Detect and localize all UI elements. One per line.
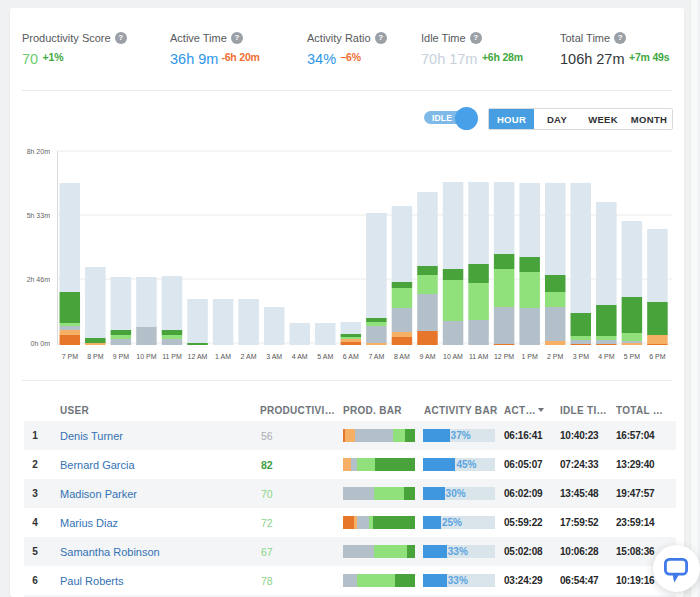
- svg-text:6 PM: 6 PM: [649, 353, 666, 360]
- svg-text:8h 20m: 8h 20m: [27, 148, 51, 155]
- svg-text:4 PM: 4 PM: [598, 353, 615, 360]
- svg-text:9 AM: 9 AM: [420, 353, 436, 360]
- svg-text:3 PM: 3 PM: [573, 353, 590, 360]
- svg-text:11 AM: 11 AM: [469, 353, 488, 360]
- svg-text:12 PM: 12 PM: [494, 353, 514, 360]
- svg-text:1 AM: 1 AM: [215, 353, 231, 360]
- svg-text:2 AM: 2 AM: [241, 353, 257, 360]
- svg-text:10 AM: 10 AM: [443, 353, 463, 360]
- svg-text:6 AM: 6 AM: [343, 353, 359, 360]
- svg-text:7 AM: 7 AM: [368, 353, 384, 360]
- svg-text:12 AM: 12 AM: [188, 353, 208, 360]
- svg-text:0h 0m: 0h 0m: [31, 340, 51, 347]
- svg-text:9 PM: 9 PM: [113, 353, 130, 360]
- svg-text:2 PM: 2 PM: [547, 353, 564, 360]
- svg-text:2h 46m: 2h 46m: [27, 276, 51, 283]
- svg-text:5 AM: 5 AM: [317, 353, 333, 360]
- svg-text:5 PM: 5 PM: [624, 353, 641, 360]
- svg-text:4 AM: 4 AM: [292, 353, 308, 360]
- svg-text:5h 33m: 5h 33m: [27, 212, 51, 219]
- svg-text:7 PM: 7 PM: [62, 353, 79, 360]
- svg-text:3 AM: 3 AM: [266, 353, 282, 360]
- svg-text:11 PM: 11 PM: [162, 353, 182, 360]
- svg-text:1 PM: 1 PM: [522, 353, 539, 360]
- svg-text:8 PM: 8 PM: [87, 353, 104, 360]
- svg-text:10 PM: 10 PM: [136, 353, 156, 360]
- svg-text:8 AM: 8 AM: [394, 353, 410, 360]
